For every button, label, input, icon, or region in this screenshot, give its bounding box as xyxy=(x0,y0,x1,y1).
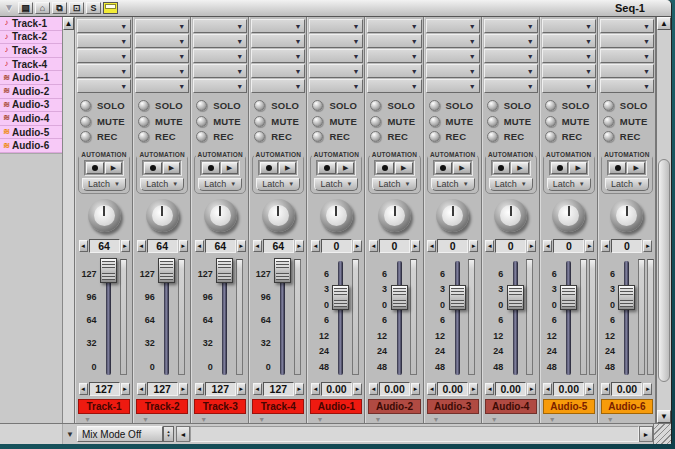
volume-value[interactable]: 0.00 xyxy=(321,382,352,396)
chevron-down-icon[interactable]: ▼ xyxy=(491,416,539,423)
tracklist-scrollbar-track[interactable] xyxy=(63,30,74,423)
solo-button[interactable] xyxy=(80,100,91,111)
insert-slot-dropdown[interactable]: ▼ xyxy=(251,49,305,63)
insert-slot-dropdown[interactable]: ▼ xyxy=(542,49,596,63)
automation-mode-dropdown[interactable]: Latch ▼ xyxy=(489,178,533,191)
automation-play-button[interactable]: ▶ xyxy=(569,162,587,174)
automation-mode-dropdown[interactable]: Latch ▼ xyxy=(431,178,475,191)
fader-cap[interactable] xyxy=(449,285,466,310)
pan-increment-button[interactable]: ► xyxy=(121,240,130,252)
automation-play-button[interactable]: ▶ xyxy=(627,162,645,174)
insert-slot-dropdown[interactable]: ▼ xyxy=(600,64,654,78)
mute-button[interactable] xyxy=(80,116,91,127)
automation-record-button[interactable] xyxy=(435,162,453,174)
insert-slot-dropdown[interactable]: ▼ xyxy=(484,64,538,78)
pan-decrement-button[interactable]: ◄ xyxy=(79,240,88,252)
volume-fader[interactable] xyxy=(447,257,467,379)
mute-button[interactable] xyxy=(603,116,614,127)
insert-slot-dropdown[interactable]: ▼ xyxy=(309,34,363,48)
overlap-windows-icon[interactable]: ⧉ xyxy=(52,2,67,14)
automation-play-button[interactable]: ▶ xyxy=(511,162,529,174)
pan-decrement-button[interactable]: ◄ xyxy=(195,240,204,252)
pan-value[interactable]: 64 xyxy=(89,239,120,253)
insert-slot-dropdown[interactable]: ▼ xyxy=(542,64,596,78)
solo-button[interactable] xyxy=(429,100,440,111)
catch-icon[interactable]: ⌂ xyxy=(35,2,50,14)
mute-button[interactable] xyxy=(429,116,440,127)
tracklist-item-audio-3[interactable]: ≋Audio-3 xyxy=(0,99,62,113)
automation-play-button[interactable]: ▶ xyxy=(395,162,413,174)
pan-value[interactable]: 0 xyxy=(495,239,526,253)
insert-slot-dropdown[interactable]: ▼ xyxy=(309,49,363,63)
insert-slot-dropdown[interactable]: ▼ xyxy=(426,49,480,63)
pan-knob[interactable] xyxy=(320,199,353,232)
volume-increment-button[interactable]: ► xyxy=(237,383,246,395)
automation-record-button[interactable] xyxy=(551,162,569,174)
solo-button[interactable] xyxy=(138,100,149,111)
insert-slot-dropdown[interactable]: ▼ xyxy=(77,49,131,63)
pan-increment-button[interactable]: ► xyxy=(411,240,420,252)
mute-button[interactable] xyxy=(138,116,149,127)
mute-button[interactable] xyxy=(545,116,556,127)
fader-cap[interactable] xyxy=(560,285,577,310)
solo-button[interactable] xyxy=(370,100,381,111)
track-name-label[interactable]: Audio-3 xyxy=(427,399,479,414)
tracklist-item-track-3[interactable]: ♪Track-3 xyxy=(0,44,62,58)
title-bar[interactable]: ▼▤⌂⧉⊡S Seq-1 xyxy=(0,0,671,17)
pan-value[interactable]: 0 xyxy=(379,239,410,253)
mix-mode-dropdown[interactable]: Mix Mode Off xyxy=(77,426,163,442)
volume-fader[interactable] xyxy=(389,257,409,379)
automation-mode-dropdown[interactable]: Latch ▼ xyxy=(140,178,184,191)
vertical-scrollbar-thumb[interactable] xyxy=(658,159,670,381)
insert-slot-dropdown[interactable]: ▼ xyxy=(600,79,654,93)
pan-value[interactable]: 64 xyxy=(263,239,294,253)
rec-button[interactable] xyxy=(370,131,381,142)
volume-value[interactable]: 127 xyxy=(147,382,178,396)
pan-decrement-button[interactable]: ◄ xyxy=(543,240,552,252)
tracklist-item-track-1[interactable]: ♪Track-1 xyxy=(0,17,62,31)
volume-decrement-button[interactable]: ◄ xyxy=(427,383,436,395)
insert-slot-dropdown[interactable]: ▼ xyxy=(251,79,305,93)
camera-icon[interactable]: ⊡ xyxy=(69,2,84,14)
vertical-scrollbar[interactable]: ▲ ▼ xyxy=(656,17,671,423)
automation-play-button[interactable]: ▶ xyxy=(105,162,123,174)
insert-slot-dropdown[interactable]: ▼ xyxy=(367,64,421,78)
tracklist-item-track-2[interactable]: ♪Track-2 xyxy=(0,31,62,45)
mix-mode-stepper[interactable]: ▲▼ xyxy=(163,426,174,442)
insert-slot-dropdown[interactable]: ▼ xyxy=(309,79,363,93)
volume-value[interactable]: 127 xyxy=(89,382,120,396)
insert-slot-dropdown[interactable]: ▼ xyxy=(484,19,538,33)
pan-increment-button[interactable]: ► xyxy=(353,240,362,252)
volume-increment-button[interactable]: ► xyxy=(469,383,478,395)
volume-increment-button[interactable]: ► xyxy=(121,383,130,395)
chevron-down-icon[interactable]: ▼ xyxy=(84,416,132,423)
track-name-label[interactable]: Audio-6 xyxy=(601,399,653,414)
pan-decrement-button[interactable]: ◄ xyxy=(137,240,146,252)
insert-slot-dropdown[interactable]: ▼ xyxy=(484,49,538,63)
insert-slot-dropdown[interactable]: ▼ xyxy=(542,79,596,93)
chevron-down-icon[interactable]: ▼ xyxy=(258,416,306,423)
tracklist-item-audio-4[interactable]: ≋Audio-4 xyxy=(0,112,62,126)
volume-value[interactable]: 0.00 xyxy=(379,382,410,396)
volume-decrement-button[interactable]: ◄ xyxy=(369,383,378,395)
pan-decrement-button[interactable]: ◄ xyxy=(601,240,610,252)
insert-slot-dropdown[interactable]: ▼ xyxy=(600,49,654,63)
automation-mode-dropdown[interactable]: Latch ▼ xyxy=(547,178,591,191)
pan-increment-button[interactable]: ► xyxy=(527,240,536,252)
pan-increment-button[interactable]: ► xyxy=(295,240,304,252)
volume-fader[interactable] xyxy=(99,257,119,379)
insert-slot-dropdown[interactable]: ▼ xyxy=(367,19,421,33)
horizontal-scrollbar-track[interactable] xyxy=(190,426,639,442)
rec-button[interactable] xyxy=(487,131,498,142)
pan-knob[interactable] xyxy=(610,199,643,232)
rec-button[interactable] xyxy=(603,131,614,142)
insert-slot-dropdown[interactable]: ▼ xyxy=(309,19,363,33)
track-name-label[interactable]: Track-3 xyxy=(194,399,246,414)
automation-record-button[interactable] xyxy=(493,162,511,174)
pan-value[interactable]: 0 xyxy=(321,239,352,253)
insert-slot-dropdown[interactable]: ▼ xyxy=(600,34,654,48)
fader-cap[interactable] xyxy=(100,258,117,283)
fader-cap[interactable] xyxy=(618,285,635,310)
insert-slot-dropdown[interactable]: ▼ xyxy=(135,34,189,48)
volume-decrement-button[interactable]: ◄ xyxy=(195,383,204,395)
